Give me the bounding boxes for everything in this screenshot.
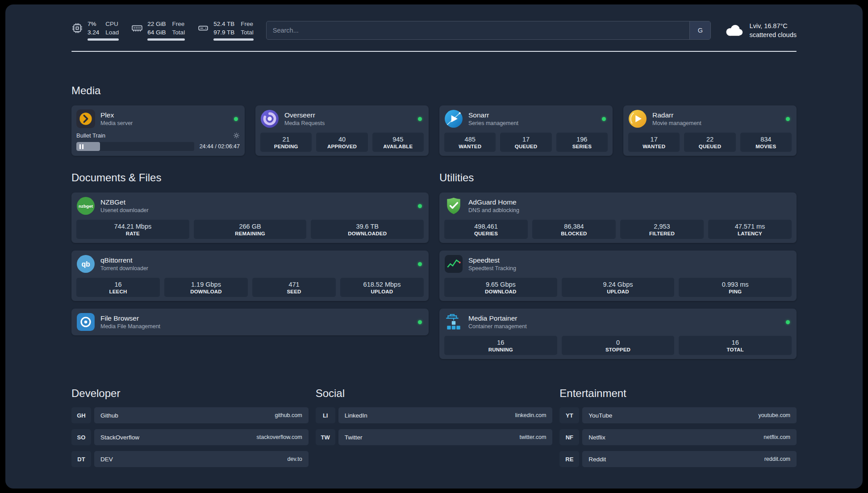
- app-description: Container management: [468, 323, 527, 330]
- bookmark-url: dev.to: [288, 456, 302, 462]
- stat-value: 47.571 ms: [709, 223, 791, 230]
- search-provider-button[interactable]: G: [689, 21, 710, 39]
- app-description: Series management: [468, 120, 518, 127]
- disk-icon: [197, 22, 209, 36]
- bookmark-abbr: GH: [71, 407, 91, 423]
- bookmark-abbr: RE: [559, 451, 579, 467]
- cloud-icon: [723, 22, 744, 39]
- status-dot-online: [602, 117, 606, 121]
- stat-label: SEED: [253, 289, 335, 294]
- app-card-radarr[interactable]: Radarr Movie management 17 WANTED 22 QUE…: [623, 105, 797, 156]
- sonarr-meta: Sonarr Series management: [468, 111, 518, 127]
- stat-value: 834: [741, 136, 791, 143]
- bookmark-stackoverflow[interactable]: SO StackOverflow stackoverflow.com: [71, 429, 309, 445]
- search-bar: G: [266, 21, 711, 40]
- app-description: Movie management: [652, 120, 701, 127]
- stat-label: PENDING: [261, 144, 311, 149]
- adguard-meta: AdGuard Home DNS and adblocking: [468, 198, 519, 214]
- cpu-label: CPU: [105, 20, 119, 28]
- stat-approved: 40 APPROVED: [316, 133, 367, 152]
- bookmark-twitter[interactable]: TW Twitter twitter.com: [316, 429, 553, 445]
- adguard-stats: 498,461 QUERIES 86,384 BLOCKED 2,953 FIL…: [444, 220, 792, 239]
- cpu-usage-bar: [88, 38, 119, 41]
- stat-upload: 9.24 Gbps UPLOAD: [562, 278, 675, 297]
- app-card-adguard[interactable]: AdGuard Home DNS and adblocking 498,461 …: [439, 192, 797, 243]
- stat-value: 485: [445, 136, 495, 143]
- status-dot-online: [418, 320, 422, 324]
- bookmark-url: github.com: [275, 412, 302, 418]
- plex-icon: [76, 109, 95, 128]
- qbittorrent-stats: 16 LEECH 1.19 Gbps DOWNLOAD 471 SEED 6: [76, 278, 424, 297]
- app-card-qbittorrent[interactable]: qb qBittorrent Torrent downloader 16 LEE…: [71, 251, 429, 301]
- stat-stopped: 0 STOPPED: [562, 336, 675, 355]
- stat-available: 945 AVAILABLE: [372, 133, 424, 152]
- app-card-filebrowser[interactable]: File Browser Media File Management: [71, 309, 429, 335]
- memory-free-label: Free: [172, 20, 185, 28]
- stat-value: 16: [77, 281, 159, 288]
- stat-label: MOVIES: [741, 144, 791, 149]
- stat-seed: 471 SEED: [252, 278, 336, 297]
- middle-columns: Documents & Files nzbget NZBGet U: [71, 171, 797, 359]
- stat-filtered: 2,953 FILTERED: [620, 220, 704, 239]
- weather-widget[interactable]: Lviv, 16.87°C scattered clouds: [723, 21, 797, 40]
- stat-label: FILTERED: [621, 231, 703, 236]
- stat-value: 1.19 Gbps: [165, 281, 247, 288]
- bookmark-github[interactable]: GH Github github.com: [71, 407, 309, 423]
- cpu-metric: 7% 3.24 CPU Load: [71, 20, 119, 40]
- playback-progress-bar[interactable]: [76, 142, 194, 151]
- app-card-sonarr[interactable]: Sonarr Series management 485 WANTED 17 Q…: [439, 105, 613, 156]
- filebrowser-icon: [76, 313, 95, 331]
- pause-icon[interactable]: [79, 144, 83, 149]
- bookmark-youtube[interactable]: YT YouTube youtube.com: [559, 407, 797, 423]
- app-name: Sonarr: [468, 111, 518, 120]
- app-description: Media server: [100, 120, 133, 127]
- stat-label: WANTED: [629, 144, 679, 149]
- stat-label: DOWNLOAD: [445, 289, 556, 294]
- bookmark-name: DEV: [100, 456, 113, 463]
- app-name: NZBGet: [100, 198, 149, 207]
- app-card-plex[interactable]: Plex Media server Bullet Train: [71, 105, 245, 156]
- app-card-nzbget[interactable]: nzbget NZBGet Usenet downloader 744.21 M…: [71, 192, 429, 243]
- app-name: qBittorrent: [100, 256, 148, 265]
- stat-running: 16 RUNNING: [444, 336, 557, 355]
- stat-label: REMAINING: [195, 231, 306, 236]
- gear-icon[interactable]: [233, 132, 240, 139]
- search-input[interactable]: [267, 21, 690, 39]
- svg-text:nzbget: nzbget: [79, 204, 93, 209]
- stat-queued: 22 QUEUED: [684, 133, 735, 152]
- radarr-stats: 17 WANTED 22 QUEUED 834 MOVIES: [628, 133, 792, 152]
- playback-progress-fill: [76, 142, 100, 151]
- weather-condition: scattered clouds: [749, 30, 797, 39]
- media-section-title: Media: [71, 84, 797, 97]
- stat-wanted: 485 WANTED: [444, 133, 496, 152]
- radarr-meta: Radarr Movie management: [652, 111, 701, 127]
- app-name: Plex: [100, 111, 133, 120]
- bookmark-abbr: TW: [316, 429, 335, 445]
- app-card-speedtest[interactable]: Speedtest Speedtest Tracking 9.65 Gbps D…: [439, 251, 797, 301]
- status-dot-online: [234, 117, 238, 121]
- stat-label: APPROVED: [317, 144, 367, 149]
- bookmark-reddit[interactable]: RE Reddit reddit.com: [559, 451, 797, 467]
- stat-series: 196 SERIES: [556, 133, 608, 152]
- bookmark-name: Twitter: [345, 434, 363, 441]
- playback-row: 24:44 / 02:06:47: [76, 142, 240, 151]
- now-playing-title: Bullet Train: [76, 132, 105, 139]
- bookmark-netflix[interactable]: NF Netflix netflix.com: [559, 429, 797, 445]
- stat-label: UPLOAD: [341, 289, 423, 294]
- bookmark-linkedin[interactable]: LI LinkedIn linkedin.com: [316, 407, 553, 423]
- stat-value: 2,953: [621, 223, 703, 230]
- stat-leech: 16 LEECH: [76, 278, 160, 297]
- radarr-icon: [628, 109, 647, 128]
- bookmark-name: Netflix: [588, 434, 605, 441]
- stat-value: 196: [557, 136, 607, 143]
- entertainment-group-title: Entertainment: [559, 387, 797, 400]
- app-card-portainer[interactable]: Media Portainer Container management 16 …: [439, 309, 797, 359]
- stat-movies: 834 MOVIES: [740, 133, 792, 152]
- app-card-overseerr[interactable]: Overseerr Media Requests 21 PENDING 40 A…: [255, 105, 429, 156]
- disk-free-label: Free: [241, 20, 254, 28]
- bookmark-dev[interactable]: DT DEV dev.to: [71, 451, 309, 467]
- app-description: Torrent downloader: [100, 265, 148, 272]
- stat-total: 16 TOTAL: [679, 336, 792, 355]
- sonarr-stats: 485 WANTED 17 QUEUED 196 SERIES: [444, 133, 608, 152]
- memory-free: 22 GiB: [147, 20, 166, 28]
